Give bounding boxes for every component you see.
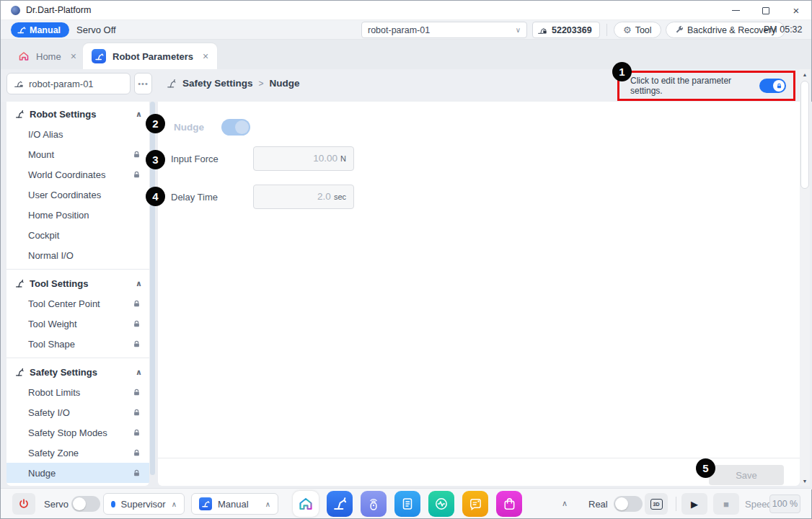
store-app-icon[interactable]: [496, 491, 522, 517]
robot-arm-icon: [167, 79, 177, 89]
body-area: Robot Settings ∧ I/O Alias Mount World C…: [1, 102, 812, 489]
input-force-field[interactable]: 10.00 N: [253, 146, 354, 171]
divider: [6, 358, 149, 358]
sidebar-item-tool-shape[interactable]: Tool Shape: [6, 334, 149, 354]
sidebar-item-safety-io[interactable]: Safety I/O: [6, 402, 149, 422]
sidebar-item-user-coordinates[interactable]: User Coordinates: [6, 185, 149, 205]
lock-icon: [133, 429, 141, 437]
speed-value-field[interactable]: 100 %: [769, 494, 800, 513]
chevron-up-icon: ∧: [265, 500, 270, 508]
annotation-marker-3: 3: [146, 150, 165, 169]
main-scrollbar[interactable]: ▲ ▼: [800, 69, 810, 486]
sidebar-item-home-position[interactable]: Home Position: [6, 205, 149, 225]
app-logo-icon: [11, 6, 20, 15]
annotation-marker-5: 5: [696, 458, 715, 478]
dock-expand-icon[interactable]: ∧: [562, 499, 568, 508]
tool-button[interactable]: ⚙ Tool: [614, 22, 661, 38]
sidebar-item-world-coordinates[interactable]: World Coordinates: [6, 164, 149, 185]
3d-view-icon: 3D: [650, 499, 663, 510]
close-icon[interactable]: ×: [203, 50, 208, 62]
tab-strip: Home × Robot Parameters ×: [1, 40, 811, 69]
real-toggle-label: Real: [588, 489, 608, 519]
sidebar-item-tool-weight[interactable]: Tool Weight: [6, 314, 149, 334]
scrollbar-thumb[interactable]: [800, 81, 809, 189]
real-toggle[interactable]: [614, 496, 643, 512]
breadcrumb-separator-icon: >: [259, 79, 264, 89]
nudge-settings-panel: Nudge Input Force 10.00 N Delay Time 2.0…: [158, 102, 800, 486]
mode-dropdown[interactable]: Manual ∧: [191, 493, 278, 515]
task-writer-app-icon[interactable]: [394, 491, 420, 517]
role-dropdown[interactable]: Supervisor ∧: [103, 493, 185, 515]
servo-status-text: Servo Off: [76, 25, 116, 35]
robot-arm-icon: [15, 110, 25, 119]
sidebar-item-tool-center-point[interactable]: Tool Center Point: [6, 293, 149, 314]
breadcrumb-section[interactable]: Safety Settings: [182, 78, 253, 89]
sidebar-item-safety-stop-modes[interactable]: Safety Stop Modes: [6, 422, 149, 443]
message-app-icon[interactable]: [462, 491, 488, 517]
chevron-up-icon[interactable]: ∧: [136, 279, 142, 288]
robot-param-dropdown[interactable]: robot-param-01 ∨: [361, 22, 527, 38]
sidebar-item-safety-zone[interactable]: Safety Zone: [6, 443, 149, 463]
clock-text: PM 05:32: [764, 25, 803, 35]
save-button[interactable]: Save: [709, 465, 784, 485]
delay-time-unit: sec: [334, 192, 346, 201]
sidebar-item-mount[interactable]: Mount: [6, 144, 149, 164]
monitoring-app-icon[interactable]: [428, 491, 454, 517]
input-force-label: Input Force: [171, 154, 253, 164]
power-button[interactable]: [12, 493, 35, 515]
scroll-down-icon[interactable]: ▼: [800, 476, 810, 486]
servo-toggle[interactable]: [71, 496, 100, 512]
stop-button[interactable]: ■: [713, 493, 739, 515]
role-status-dot: [111, 501, 115, 507]
top-toolbar: Manual Servo Off robot-param-01 ∨ 522033…: [1, 20, 811, 40]
3d-view-button[interactable]: 3D: [645, 493, 668, 515]
lock-icon: [133, 469, 141, 477]
lock-icon: [133, 449, 141, 457]
settings-nav-panel: Robot Settings ∧ I/O Alias Mount World C…: [6, 102, 149, 486]
edit-lock-toggle[interactable]: [759, 79, 786, 93]
lock-icon: [133, 300, 141, 308]
home-app-icon[interactable]: [293, 491, 319, 517]
sidebar-item-cockpit[interactable]: Cockpit: [6, 225, 149, 245]
lock-icon: [133, 171, 141, 179]
close-button[interactable]: ×: [781, 1, 811, 20]
close-icon[interactable]: ×: [71, 50, 76, 62]
chevron-up-icon[interactable]: ∧: [136, 368, 142, 377]
jog-app-icon[interactable]: [361, 491, 387, 517]
robot-arm-icon: [17, 25, 26, 35]
delay-time-label: Delay Time: [171, 192, 253, 203]
sidebar-item-robot-limits[interactable]: Robot Limits: [6, 382, 149, 402]
param-menu-button[interactable]: •••: [134, 73, 152, 94]
manual-mode-button[interactable]: Manual: [11, 22, 69, 37]
nudge-toggle[interactable]: [221, 119, 250, 136]
play-button[interactable]: ▶: [681, 493, 707, 515]
robot-parameters-app-icon[interactable]: [327, 491, 353, 517]
annotation-marker-1: 1: [612, 62, 632, 81]
delay-time-field[interactable]: 2.0 sec: [253, 185, 354, 209]
speed-label: Speed: [745, 489, 772, 519]
app-window: Dr.Dart-Platform × Manual Servo Off robo…: [0, 0, 812, 519]
section-robot-settings[interactable]: Robot Settings ∧: [6, 104, 149, 124]
robot-arm-icon: [14, 79, 24, 89]
param-name-field[interactable]: robot-param-01: [6, 73, 131, 94]
sidebar-item-nudge[interactable]: Nudge: [6, 463, 149, 483]
section-safety-settings[interactable]: Safety Settings ∧: [6, 362, 149, 382]
lock-icon: [133, 409, 141, 417]
scroll-up-icon[interactable]: ▲: [800, 69, 810, 79]
edit-parameters-callout: Click to edit the parameter settings.: [617, 71, 795, 101]
lock-icon: [776, 83, 782, 89]
section-tool-settings[interactable]: Tool Settings ∧: [6, 273, 149, 293]
maximize-button[interactable]: [751, 1, 781, 20]
chevron-up-icon[interactable]: ∧: [136, 110, 142, 119]
sidebar-item-io-alias[interactable]: I/O Alias: [6, 124, 149, 144]
annotation-marker-4: 4: [146, 187, 165, 206]
tab-robot-parameters[interactable]: Robot Parameters ×: [83, 43, 217, 69]
home-icon: [18, 50, 30, 62]
sidebar-item-normal-io[interactable]: Normal I/O: [6, 245, 149, 265]
minimize-button[interactable]: [720, 1, 751, 20]
close-icon: ×: [793, 5, 800, 16]
chevron-up-icon: ∧: [172, 500, 177, 508]
breadcrumb-page: Nudge: [270, 78, 300, 89]
tab-home[interactable]: Home ×: [9, 43, 85, 69]
maximize-icon: [762, 7, 769, 14]
